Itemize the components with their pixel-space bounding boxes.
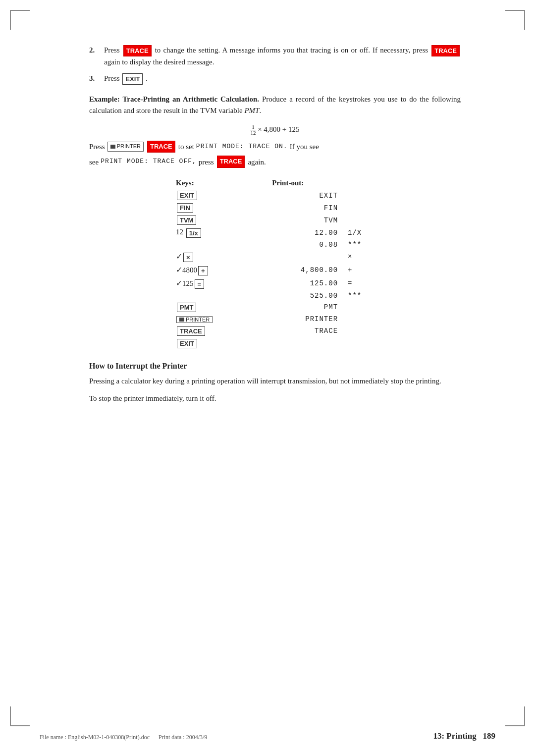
trace-key-printmode: TRACE [147, 141, 175, 153]
footer-left: File name : English-M02-1-040308(Print).… [40, 734, 207, 741]
print-mode-code: PRINT MODE: TRACE ON. [196, 142, 288, 152]
section-heading: How to Interrupt the Printer [89, 362, 461, 371]
fraction: 1 12 [250, 124, 256, 136]
table-cell-key: PMT [171, 301, 242, 314]
trace-key-again: TRACE [217, 156, 245, 168]
footer-page-num: 13: Printing 189 [433, 731, 495, 741]
table-cell-printout: EXIT [242, 189, 343, 202]
table-row: ✓125=125.00= [171, 277, 379, 290]
step2-text-after-key2: again to display the desired message. [104, 58, 214, 66]
col-keys-header: Keys: [171, 177, 242, 189]
corner-mark-tl [10, 10, 30, 30]
key-badge: TRACE [177, 326, 205, 336]
key-badge-combo: 1/x [186, 228, 201, 238]
see-text: see [89, 156, 99, 168]
table-cell-key [171, 239, 242, 250]
table-cell-key: ✓125= [171, 277, 242, 290]
frac-numerator: 1 [250, 124, 256, 130]
printer-badge-inline: PRINTER [107, 142, 144, 152]
key-badge-checked: × [183, 253, 193, 262]
step-3-num: 3. [89, 73, 104, 85]
table-cell-printout: 12.00 [242, 226, 343, 239]
example-intro-para: Example: Trace-Printing an Arithmetic Ca… [89, 94, 461, 117]
print-mode-intro: Press [89, 141, 105, 153]
key-badge: EXIT [177, 339, 197, 348]
checkmark-icon: ✓ [176, 266, 182, 274]
table-row: ✓4800+4,800.00+ [171, 264, 379, 277]
print-mode-code2: PRINT MODE: TRACE OFF, [101, 157, 197, 167]
table-cell-symbol: = [343, 277, 379, 290]
page: 2. Press TRACE to change the setting. A … [0, 0, 535, 756]
step-2-num: 2. [89, 45, 104, 68]
table-cell-printout: PRINTER [242, 314, 343, 325]
print-mode-line2: see PRINT MODE: TRACE OFF, press TRACE a… [89, 156, 461, 168]
table-cell-key: ✓× [171, 250, 242, 264]
table-row: TVMTVM [171, 214, 379, 226]
table-cell-printout: 4,800.00 [242, 264, 343, 277]
checkmark-icon: ✓ [176, 279, 182, 287]
step-3-body: Press EXIT . [104, 73, 461, 85]
table-cell-symbol [343, 214, 379, 226]
table-cell-symbol: *** [343, 290, 379, 301]
step-3: 3. Press EXIT . [89, 73, 461, 85]
key-number: 4800 [182, 266, 197, 274]
table-cell-key [171, 290, 242, 301]
table-cell-key: PRINTER [171, 314, 242, 325]
key-number: 12 [176, 228, 185, 236]
table-cell-key: FIN [171, 202, 242, 214]
table-cell-symbol [343, 314, 379, 325]
footer-filename-text: File name : English-M02-1-040308(Print).… [40, 734, 150, 741]
table-cell-printout [242, 250, 343, 264]
printer-label: PRINTER [117, 142, 141, 151]
table-cell-printout: FIN [242, 202, 343, 214]
table-cell-symbol [343, 325, 379, 337]
step-2: 2. Press TRACE to change the setting. A … [89, 45, 461, 68]
press-text-again: press [199, 156, 214, 168]
table-row: FINFIN [171, 202, 379, 214]
footer: File name : English-M02-1-040308(Print).… [0, 731, 535, 741]
table-cell-symbol: 1/X [343, 226, 379, 239]
trace-key-2: TRACE [431, 45, 460, 57]
table-cell-key: TVM [171, 214, 242, 226]
table-cell-printout [242, 337, 343, 350]
table-cell-symbol: × [343, 250, 379, 264]
table-row: EXIT [171, 337, 379, 350]
table-cell-symbol [343, 337, 379, 350]
table-row: EXITEXIT [171, 189, 379, 202]
section-para-2: To stop the printer immediately, turn it… [89, 393, 461, 404]
step3-text-after-key: . [146, 74, 148, 82]
print-mode-text: to set [178, 141, 194, 153]
step3-text-before-key: Press [104, 74, 120, 82]
table-row: PMTPMT [171, 301, 379, 314]
formula-rest: × 4,800 + 125 [258, 125, 299, 133]
table-cell-symbol [343, 301, 379, 314]
table-cell-printout: 0.08 [242, 239, 343, 250]
corner-mark-bl [10, 706, 30, 726]
table-cell-printout: 525.00 [242, 290, 343, 301]
keys-printout-table: Keys: Print-out: EXITEXITFINFINTVMTVM12 … [171, 177, 379, 350]
table-row: 12 1/x12.001/X [171, 226, 379, 239]
table-cell-symbol [343, 189, 379, 202]
key-badge: FIN [177, 203, 193, 213]
exit-key-step3: EXIT [122, 73, 143, 85]
table-cell-printout: TRACE [242, 325, 343, 337]
footer-page: 189 [483, 731, 496, 741]
key-badge: TVM [177, 216, 196, 225]
table-cell-printout: PMT [242, 301, 343, 314]
table-cell-key: 12 1/x [171, 226, 242, 239]
printer-icon-small [110, 145, 115, 149]
table-cell-key: TRACE [171, 325, 242, 337]
section-how-to-interrupt: How to Interrupt the Printer Pressing a … [89, 362, 461, 405]
key-number: 125 [182, 279, 194, 287]
table-cell-printout: TVM [242, 214, 343, 226]
footer-printdata-text: Print data : 2004/3/9 [159, 734, 207, 741]
step2-text-after-key1: to change the setting. A message informs… [155, 46, 428, 54]
page-content: 2. Press TRACE to change the setting. A … [40, 30, 495, 425]
trace-key-1: TRACE [123, 45, 152, 57]
table-cell-printout: 125.00 [242, 277, 343, 290]
print-mode-suffix: If you see [290, 141, 319, 153]
example-block: Example: Trace-Printing an Arithmetic Ca… [89, 94, 461, 168]
formula: 1 12 × 4,800 + 125 [89, 124, 461, 136]
key-badge: PMT [177, 303, 196, 312]
key-badge-combo-check: = [195, 279, 205, 289]
